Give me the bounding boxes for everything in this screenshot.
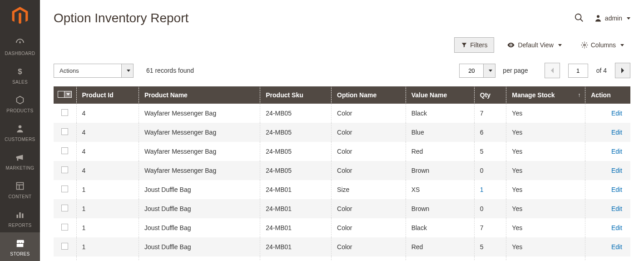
svg-point-11 (510, 45, 512, 46)
magento-logo-icon (12, 7, 28, 25)
edit-link[interactable]: Edit (611, 129, 622, 136)
table-row: 1Joust Duffle Bag24-MB01ColorBlue6YesEdi… (54, 256, 630, 261)
cell-value-name: XS (406, 180, 474, 199)
edit-link[interactable]: Edit (611, 110, 622, 117)
row-checkbox[interactable] (61, 109, 68, 116)
cell-product-id: 4 (76, 161, 139, 180)
next-page-button[interactable] (615, 63, 630, 78)
cell-product-id: 1 (76, 237, 139, 256)
svg-rect-5 (17, 215, 18, 218)
caret-down-icon (620, 44, 624, 46)
svg-text:$: $ (18, 67, 22, 76)
bar-chart-icon (14, 208, 26, 221)
default-view-button[interactable]: Default View (500, 37, 568, 53)
col-value-name[interactable]: Value Name (406, 86, 474, 104)
cell-option-name: Size (332, 180, 406, 199)
cell-product-name: Wayfarer Messenger Bag (139, 123, 260, 142)
cell-manage-stock: Yes (506, 256, 585, 261)
per-page-caret[interactable] (484, 64, 495, 78)
sidebar-item-dashboard[interactable]: DASHBOARD (0, 32, 40, 60)
cell-qty: 1 (474, 180, 506, 199)
user-dropdown[interactable]: admin (594, 14, 630, 22)
sidebar-item-marketing[interactable]: MARKETING (0, 146, 40, 175)
cell-product-sku: 24-MB05 (260, 142, 332, 161)
cell-product-sku: 24-MB05 (260, 161, 332, 180)
sidebar-item-products[interactable]: PRODUCTS (0, 89, 40, 118)
cell-manage-stock: Yes (506, 142, 585, 161)
sidebar-item-customers[interactable]: CUSTOMERS (0, 118, 40, 146)
cell-value-name: Brown (406, 199, 474, 218)
cell-action: Edit (585, 104, 630, 123)
default-view-label: Default View (518, 41, 553, 49)
dashboard-icon (14, 36, 26, 49)
row-checkbox[interactable] (61, 224, 68, 231)
store-icon (14, 237, 26, 250)
edit-link[interactable]: Edit (611, 224, 622, 231)
col-product-id[interactable]: Product Id (76, 86, 139, 104)
col-product-sku[interactable]: Product Sku (260, 86, 332, 104)
filters-label: Filters (470, 41, 487, 49)
caret-down-icon (627, 17, 630, 20)
cell-option-name: Color (332, 256, 406, 261)
row-checkbox[interactable] (61, 205, 68, 211)
cell-product-id: 1 (76, 180, 139, 199)
sidebar-item-content[interactable]: CONTENT (0, 175, 40, 204)
columns-button[interactable]: Columns (575, 38, 630, 52)
row-checkbox[interactable] (61, 128, 68, 135)
select-all-checkbox[interactable] (58, 91, 64, 98)
header-actions: admin (574, 13, 630, 24)
sidebar-label: SALES (12, 80, 28, 85)
select-all-caret[interactable] (64, 91, 72, 98)
cell-qty: 7 (474, 218, 506, 237)
row-checkbox[interactable] (61, 243, 68, 250)
col-qty[interactable]: Qty (474, 86, 506, 104)
actions-dropdown[interactable]: Actions (54, 64, 134, 78)
table-row: 4Wayfarer Messenger Bag24-MB05ColorBlack… (54, 104, 630, 123)
edit-link[interactable]: Edit (611, 167, 622, 174)
col-option-name[interactable]: Option Name (332, 86, 406, 104)
funnel-icon (461, 42, 467, 48)
cell-action: Edit (585, 180, 630, 199)
megaphone-icon (14, 151, 26, 164)
dollar-icon: $ (14, 65, 26, 78)
svg-rect-6 (19, 212, 20, 218)
row-checkbox[interactable] (61, 166, 68, 173)
caret-down-icon (127, 70, 130, 72)
magento-logo[interactable] (0, 0, 40, 32)
edit-link[interactable]: Edit (611, 243, 622, 251)
filters-button[interactable]: Filters (454, 37, 494, 53)
select-all-control[interactable] (58, 91, 72, 98)
prev-page-button[interactable] (545, 63, 560, 78)
sidebar-item-stores[interactable]: STORES (0, 232, 40, 261)
user-name: admin (605, 15, 622, 22)
cell-value-name: Brown (406, 161, 474, 180)
sidebar-item-reports[interactable]: REPORTS (0, 204, 40, 232)
search-button[interactable] (574, 13, 584, 24)
sidebar-item-sales[interactable]: $ SALES (0, 60, 40, 89)
current-page-input[interactable] (568, 64, 588, 78)
col-manage-stock[interactable]: Manage Stock↑ (506, 86, 585, 104)
edit-link[interactable]: Edit (611, 205, 622, 212)
row-checkbox[interactable] (61, 147, 68, 154)
cell-action: Edit (585, 142, 630, 161)
cell-product-name: Joust Duffle Bag (139, 180, 260, 199)
layout-icon (14, 180, 26, 192)
edit-link[interactable]: Edit (611, 148, 622, 155)
col-product-name[interactable]: Product Name (139, 86, 260, 104)
svg-line-9 (580, 19, 583, 21)
cell-product-sku: 24-MB01 (260, 199, 332, 218)
qty-link[interactable]: 1 (480, 186, 484, 193)
records-found: 61 records found (146, 67, 194, 74)
page-of-label: of 4 (596, 67, 607, 74)
sort-arrow-icon: ↑ (578, 92, 580, 98)
cell-manage-stock: Yes (506, 180, 585, 199)
cell-product-sku: 24-MB05 (260, 123, 332, 142)
search-icon (574, 13, 584, 23)
edit-link[interactable]: Edit (611, 186, 622, 193)
per-page-input[interactable] (459, 64, 484, 78)
actions-caret[interactable] (122, 64, 134, 78)
cell-action: Edit (585, 199, 630, 218)
cell-product-sku: 24-MB01 (260, 256, 332, 261)
admin-sidebar: DASHBOARD $ SALES PRODUCTS CUSTOMERS MAR… (0, 0, 40, 261)
row-checkbox[interactable] (61, 186, 68, 192)
